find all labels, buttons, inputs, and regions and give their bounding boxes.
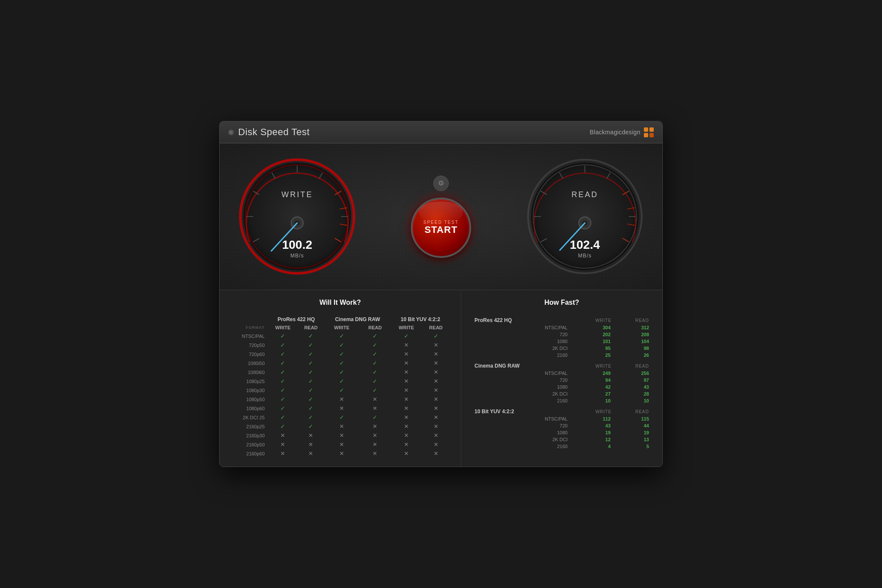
cross-icon: ✕	[404, 351, 409, 357]
wiw-format-label: FORMAT	[230, 324, 268, 331]
wiw-val-cell: ✕	[359, 404, 391, 413]
close-button[interactable]: ×	[228, 130, 234, 135]
hf-write-val: 43	[572, 422, 614, 429]
wiw-row: 1080p25✓✓✓✓✕✕	[230, 377, 450, 386]
wiw-val-cell: ✓	[391, 331, 422, 340]
check-icon: ✓	[308, 387, 313, 393]
wiw-val-cell: ✓	[268, 359, 298, 368]
cross-icon: ✕	[373, 396, 377, 402]
wiw-row: 2160p50✕✕✕✕✕✕	[230, 440, 450, 449]
cross-icon: ✕	[404, 405, 409, 412]
wiw-val-cell: ✕	[422, 422, 450, 431]
wiw-val-cell: ✓	[268, 395, 298, 404]
wiw-val-cell: ✓	[268, 340, 298, 350]
wiw-format-col	[230, 313, 268, 324]
wiw-row: 2160p30✕✕✕✕✕✕	[230, 431, 450, 440]
will-it-work-table: ProRes 422 HQ Cinema DNG RAW 10 Bit YUV …	[230, 313, 450, 458]
hf-read-val: 26	[614, 352, 652, 359]
wiw-val-cell: ✕	[422, 377, 450, 386]
check-icon: ✓	[373, 414, 377, 421]
svg-text:READ: READ	[571, 190, 598, 199]
wiw-val-cell: ✕	[324, 395, 359, 404]
hf-write-val: 249	[572, 370, 614, 377]
write-gauge: WRITE 100.2 MB/s	[237, 156, 357, 277]
check-icon: ✓	[308, 414, 313, 421]
app-title: Disk Speed Test	[238, 127, 310, 138]
cross-icon: ✕	[280, 432, 285, 439]
wiw-val-cell: ✕	[422, 386, 450, 395]
check-icon: ✓	[308, 396, 313, 402]
wiw-val-cell: ✕	[391, 377, 422, 386]
title-bar-left: × Disk Speed Test	[228, 127, 310, 138]
hf-read-val: 13	[614, 436, 652, 443]
settings-button[interactable]: ⚙	[433, 176, 449, 191]
wiw-row: 720p50✓✓✓✓✕✕	[230, 340, 450, 350]
wiw-read-1: READ	[298, 324, 324, 331]
wiw-format-cell: 1080p60	[230, 404, 268, 413]
hf-label-cell: 2160	[472, 397, 572, 404]
wiw-read-3: READ	[422, 324, 450, 331]
hf-write-val: 42	[572, 384, 614, 390]
wiw-format-cell: 2K DCI 25	[230, 413, 268, 422]
cross-icon: ✕	[404, 423, 409, 430]
hf-write-val: 12	[572, 436, 614, 443]
write-gauge-wrapper: WRITE 100.2 MB/s	[237, 156, 357, 277]
wiw-yuv-header: 10 Bit YUV 4:2:2	[391, 313, 450, 324]
hf-write-val: 25	[572, 352, 614, 359]
gear-icon: ⚙	[438, 179, 444, 187]
check-icon: ✓	[280, 378, 285, 384]
wiw-val-cell: ✓	[324, 331, 359, 340]
cross-icon: ✕	[308, 450, 313, 457]
wiw-val-cell: ✕	[298, 449, 324, 458]
hf-label-cell: 720	[472, 377, 572, 384]
data-section: Will It Work? ProRes 422 HQ Cinema DNG R…	[220, 290, 662, 467]
check-icon: ✓	[308, 378, 313, 384]
check-icon: ✓	[280, 333, 285, 339]
wiw-val-cell: ✕	[422, 350, 450, 359]
cross-icon: ✕	[339, 396, 344, 402]
hf-label-cell: 2K DCI	[472, 390, 572, 397]
cross-icon: ✕	[339, 450, 344, 457]
check-icon: ✓	[339, 378, 344, 384]
cross-icon: ✕	[308, 441, 313, 448]
read-gauge-svg: READ 102.4 MB/s	[525, 156, 645, 277]
wiw-val-cell: ✓	[268, 331, 298, 340]
wiw-val-cell: ✕	[422, 395, 450, 404]
wiw-val-cell: ✕	[268, 449, 298, 458]
wiw-val-cell: ✓	[324, 350, 359, 359]
check-icon: ✓	[339, 369, 344, 375]
hf-read-val: 28	[614, 390, 652, 397]
hf-group-name: 10 Bit YUV 4:2:2	[472, 404, 572, 415]
wiw-val-cell: ✕	[422, 431, 450, 440]
hf-label-cell: 1080	[472, 429, 572, 436]
check-icon: ✓	[280, 405, 285, 412]
cross-icon: ✕	[434, 432, 438, 439]
cross-icon: ✕	[434, 351, 438, 357]
wiw-val-cell: ✓	[324, 413, 359, 422]
wiw-val-cell: ✓	[359, 350, 391, 359]
check-icon: ✓	[308, 333, 313, 339]
hf-group-header-row: ProRes 422 HQWRITEREAD	[472, 313, 652, 324]
brand-name: Blackmagicdesign	[590, 129, 640, 136]
wiw-read-2: READ	[359, 324, 391, 331]
hf-write-val: 202	[572, 331, 614, 338]
cross-icon: ✕	[373, 423, 377, 430]
brand-dot-2	[649, 127, 654, 132]
hf-data-row: 2K DCI1213	[472, 436, 652, 443]
hf-label-cell: 720	[472, 422, 572, 429]
wiw-prores-header: ProRes 422 HQ	[268, 313, 324, 324]
hf-write-val: 27	[572, 390, 614, 397]
wiw-format-cell: 1080i60	[230, 368, 268, 377]
wiw-row: NTSC/PAL✓✓✓✓✓✓	[230, 331, 450, 340]
wiw-val-cell: ✕	[422, 368, 450, 377]
wiw-val-cell: ✕	[324, 440, 359, 449]
check-icon: ✓	[339, 360, 344, 366]
wiw-val-cell: ✓	[298, 350, 324, 359]
svg-text:WRITE: WRITE	[282, 190, 313, 199]
check-icon: ✓	[280, 414, 285, 421]
wiw-format-cell: 2160p50	[230, 440, 268, 449]
start-button[interactable]: SPEED TEST START	[411, 198, 471, 258]
hf-read-col-label: READ	[614, 313, 652, 324]
cross-icon: ✕	[339, 405, 344, 412]
wiw-val-cell: ✓	[324, 340, 359, 350]
